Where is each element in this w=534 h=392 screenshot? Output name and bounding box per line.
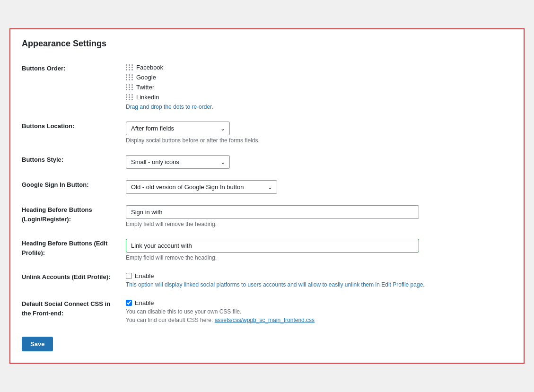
unlink-accounts-label: Unlink Accounts (Edit Profile): [22, 267, 126, 294]
unlink-accounts-checkbox[interactable] [126, 273, 132, 279]
heading-edit-label: Heading Before Buttons (Edit Profile): [22, 233, 126, 267]
default-css-value: Enable You can disable this to use your … [126, 294, 512, 329]
page-title: Appearance Settings [22, 39, 512, 49]
drag-label-facebook: Facebook [136, 64, 163, 71]
google-signin-value: Old - old version of Google Sign In butt… [126, 174, 512, 200]
heading-login-value: Empty field will remove the heading. [126, 200, 512, 233]
heading-login-hint: Empty field will remove the heading. [126, 221, 508, 227]
buttons-location-select-wrap: After form fields Before form fields ⌄ [126, 122, 230, 135]
drag-handle-facebook[interactable] [126, 64, 133, 70]
unlink-accounts-description: This option will display linked social p… [126, 281, 508, 288]
heading-edit-input[interactable] [126, 239, 419, 253]
unlink-accounts-value: Enable This option will display linked s… [126, 267, 512, 294]
default-css-checkbox[interactable] [126, 300, 132, 306]
drag-item-google[interactable]: Google [126, 74, 508, 81]
google-signin-row: Google Sign In Button: Old - old version… [22, 174, 512, 200]
buttons-location-label: Buttons Location: [22, 116, 126, 149]
buttons-style-select[interactable]: Small - only icons Large - with text Lar… [126, 155, 230, 169]
drag-handle-linkedin[interactable] [126, 94, 133, 100]
save-button[interactable]: Save [22, 337, 53, 351]
buttons-style-row: Buttons Style: Small - only icons Large … [22, 149, 512, 174]
buttons-location-row: Buttons Location: After form fields Befo… [22, 116, 512, 149]
buttons-location-select[interactable]: After form fields Before form fields [126, 122, 230, 135]
buttons-order-label: Buttons Order: [22, 58, 126, 116]
buttons-style-value: Small - only icons Large - with text Lar… [126, 149, 512, 174]
buttons-location-value: After form fields Before form fields ⌄ D… [126, 116, 512, 149]
heading-edit-row: Heading Before Buttons (Edit Profile): E… [22, 233, 512, 267]
heading-edit-value: Empty field will remove the heading. [126, 233, 512, 267]
unlink-accounts-checkbox-row: Enable [126, 272, 508, 279]
settings-table: Buttons Order: Facebook [22, 58, 512, 329]
buttons-order-hint: Drag and drop the dots to re-order. [126, 104, 508, 110]
drag-item-twitter[interactable]: Twitter [126, 84, 508, 91]
google-signin-select[interactable]: Old - old version of Google Sign In butt… [126, 180, 277, 194]
google-signin-label: Google Sign In Button: [22, 174, 126, 200]
buttons-order-value: Facebook Google [126, 58, 512, 116]
google-signin-select-wrap: Old - old version of Google Sign In butt… [126, 180, 277, 194]
heading-login-input[interactable] [126, 205, 419, 219]
heading-login-label: Heading Before Buttons (Login/Register): [22, 200, 126, 233]
appearance-settings-panel: Appearance Settings Buttons Order: Faceb… [9, 28, 525, 364]
buttons-style-select-wrap: Small - only icons Large - with text Lar… [126, 155, 230, 169]
drag-handle-google[interactable] [126, 74, 133, 80]
default-css-label: Default Social Connect CSS in the Front-… [22, 294, 126, 329]
drag-label-linkedin: Linkedin [136, 94, 159, 101]
css-link[interactable]: assets/css/wppb_sc_main_frontend.css [215, 317, 315, 323]
unlink-accounts-checkbox-label[interactable]: Enable [135, 272, 154, 279]
heading-login-row: Heading Before Buttons (Login/Register):… [22, 200, 512, 233]
drag-label-twitter: Twitter [136, 84, 154, 91]
default-css-checkbox-row: Enable [126, 299, 508, 306]
heading-edit-hint: Empty field will remove the heading. [126, 254, 508, 261]
default-css-checkbox-label[interactable]: Enable [135, 299, 154, 306]
default-css-desc2: You can find our default CSS here: asset… [126, 317, 508, 323]
buttons-style-label: Buttons Style: [22, 149, 126, 174]
buttons-order-row: Buttons Order: Facebook [22, 58, 512, 116]
drag-item-facebook[interactable]: Facebook [126, 64, 508, 71]
default-css-desc1: You can disable this to use your own CSS… [126, 308, 508, 315]
drag-item-linkedin[interactable]: Linkedin [126, 94, 508, 101]
drag-handle-twitter[interactable] [126, 84, 133, 90]
drag-label-google: Google [136, 74, 156, 81]
buttons-location-hint: Display social buttons before or after t… [126, 137, 508, 144]
unlink-accounts-row: Unlink Accounts (Edit Profile): Enable T… [22, 267, 512, 294]
default-css-row: Default Social Connect CSS in the Front-… [22, 294, 512, 329]
